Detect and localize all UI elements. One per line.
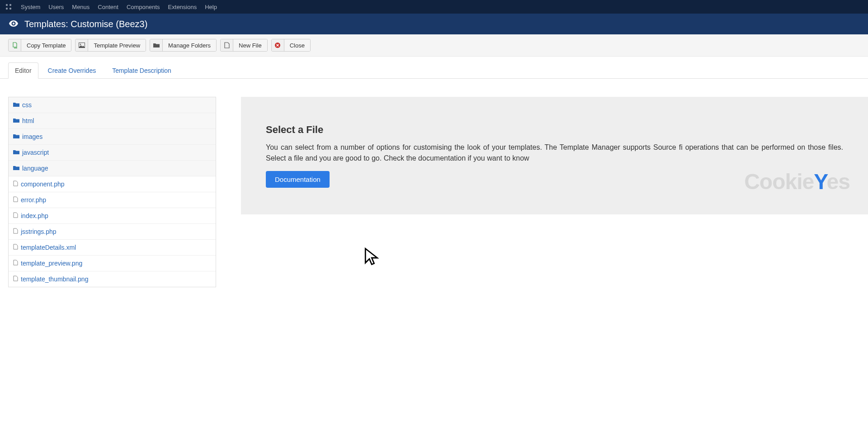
folder-images[interactable]: images bbox=[9, 129, 216, 145]
file-icon bbox=[13, 212, 18, 219]
top-nav: System Users Menus Content Components Ex… bbox=[0, 0, 868, 14]
main-area: css html images javascript language comp… bbox=[0, 79, 868, 287]
info-panel: Select a File You can select from a numb… bbox=[241, 97, 868, 214]
folder-icon bbox=[150, 39, 163, 51]
file-jsstrings-php[interactable]: jsstrings.php bbox=[9, 224, 216, 240]
folder-html[interactable]: html bbox=[9, 113, 216, 129]
menu-content[interactable]: Content bbox=[98, 4, 118, 10]
file-template-preview-png[interactable]: template_preview.png bbox=[9, 256, 216, 271]
template-preview-button[interactable]: Template Preview bbox=[75, 39, 146, 52]
file-label: templateDetails.xml bbox=[21, 244, 76, 251]
file-label: jsstrings.php bbox=[21, 228, 57, 235]
template-preview-label: Template Preview bbox=[88, 39, 146, 51]
page-title: Templates: Customise (Beez3) bbox=[24, 19, 147, 29]
tab-template-description[interactable]: Template Description bbox=[105, 62, 178, 79]
toolbar: Copy Template Template Preview Manage Fo… bbox=[0, 34, 868, 57]
svg-point-4 bbox=[13, 22, 14, 24]
panel-heading: Select a File bbox=[266, 124, 843, 136]
panel-body: You can select from a number of options … bbox=[266, 142, 843, 164]
menu-system[interactable]: System bbox=[21, 4, 40, 10]
folder-icon bbox=[13, 101, 19, 109]
file-icon bbox=[13, 228, 18, 235]
file-icon bbox=[13, 276, 18, 283]
folder-label: html bbox=[22, 117, 34, 124]
eye-icon bbox=[9, 20, 18, 28]
folder-icon bbox=[13, 149, 19, 156]
close-button[interactable]: Close bbox=[271, 39, 311, 52]
tabs: Editor Create Overrides Template Descrip… bbox=[0, 57, 868, 79]
file-icon bbox=[13, 260, 18, 267]
manage-folders-button[interactable]: Manage Folders bbox=[150, 39, 217, 52]
close-label: Close bbox=[284, 39, 310, 51]
tab-editor[interactable]: Editor bbox=[8, 62, 38, 79]
menu-components[interactable]: Components bbox=[127, 4, 160, 10]
menu-menus[interactable]: Menus bbox=[72, 4, 90, 10]
file-index-php[interactable]: index.php bbox=[9, 208, 216, 224]
menu-extensions[interactable]: Extensions bbox=[168, 4, 197, 10]
svg-point-6 bbox=[80, 44, 81, 45]
watermark-pre: Cookie bbox=[744, 170, 814, 194]
file-label: error.php bbox=[21, 196, 46, 204]
file-icon bbox=[221, 39, 233, 51]
watermark: CookieYes bbox=[744, 169, 850, 194]
svg-point-1 bbox=[9, 4, 11, 6]
joomla-logo-icon bbox=[5, 3, 13, 11]
folder-javascript[interactable]: javascript bbox=[9, 145, 216, 161]
file-icon bbox=[13, 244, 18, 251]
folder-icon bbox=[13, 165, 19, 172]
file-icon bbox=[13, 196, 18, 204]
watermark-post: es bbox=[827, 170, 850, 194]
folder-language[interactable]: language bbox=[9, 161, 216, 176]
folder-css[interactable]: css bbox=[9, 97, 216, 113]
file-label: component.php bbox=[21, 180, 65, 188]
copy-template-label: Copy Template bbox=[21, 39, 71, 51]
folder-label: css bbox=[22, 101, 32, 109]
new-file-label: New File bbox=[233, 39, 267, 51]
picture-icon bbox=[75, 39, 88, 51]
copy-icon bbox=[9, 39, 21, 51]
watermark-y: Y bbox=[814, 170, 826, 194]
file-label: template_preview.png bbox=[21, 260, 82, 267]
menu-users[interactable]: Users bbox=[48, 4, 64, 10]
folder-icon bbox=[13, 117, 19, 124]
folder-label: images bbox=[22, 133, 42, 140]
svg-point-2 bbox=[6, 8, 8, 10]
file-template-thumbnail-png[interactable]: template_thumbnail.png bbox=[9, 271, 216, 287]
file-label: index.php bbox=[21, 212, 48, 219]
file-icon bbox=[13, 180, 18, 188]
svg-point-0 bbox=[6, 4, 8, 6]
file-error-php[interactable]: error.php bbox=[9, 192, 216, 208]
folder-icon bbox=[13, 133, 19, 140]
copy-template-button[interactable]: Copy Template bbox=[8, 39, 71, 52]
file-templatedetails-xml[interactable]: templateDetails.xml bbox=[9, 240, 216, 256]
new-file-button[interactable]: New File bbox=[220, 39, 268, 52]
folder-label: language bbox=[22, 165, 48, 172]
close-icon bbox=[272, 39, 284, 51]
top-menu: System Users Menus Content Components Ex… bbox=[21, 4, 217, 10]
file-component-php[interactable]: component.php bbox=[9, 176, 216, 192]
menu-help[interactable]: Help bbox=[205, 4, 217, 10]
svg-point-3 bbox=[9, 8, 11, 10]
documentation-button[interactable]: Documentation bbox=[266, 171, 330, 188]
title-bar: Templates: Customise (Beez3) bbox=[0, 14, 868, 34]
manage-folders-label: Manage Folders bbox=[163, 39, 216, 51]
file-label: template_thumbnail.png bbox=[21, 276, 88, 283]
file-tree: css html images javascript language comp… bbox=[8, 97, 216, 287]
folder-label: javascript bbox=[22, 149, 49, 156]
tab-create-overrides[interactable]: Create Overrides bbox=[41, 62, 103, 79]
